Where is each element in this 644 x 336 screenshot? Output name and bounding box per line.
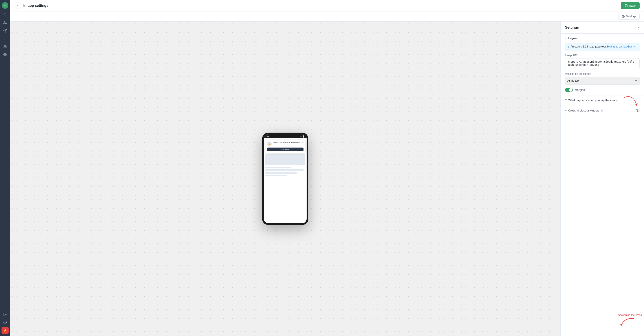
margins-label: Margins bbox=[575, 88, 585, 91]
cross-section: Show/hide the cross Show/hide the cross … bbox=[560, 105, 644, 116]
skeleton-line-4 bbox=[265, 175, 286, 176]
svg-point-0 bbox=[4, 14, 6, 16]
info-text: Prepare a 1:2 image (approx.) Setting up… bbox=[570, 45, 635, 49]
show-hide-annotation-label: Show/hide the cross bbox=[618, 314, 642, 317]
phone-time: 9:41 bbox=[266, 135, 270, 137]
layout-chevron-icon: ∧ bbox=[565, 37, 567, 40]
position-select[interactable]: At the top At the bottom Center bbox=[565, 77, 640, 85]
skeleton-image bbox=[265, 154, 305, 165]
red-arrow-annotation bbox=[618, 318, 636, 329]
header: In-app settings Save bbox=[10, 0, 644, 11]
layout-section-header[interactable]: ∧ Layout bbox=[565, 37, 640, 40]
annotation-arrow bbox=[622, 96, 640, 107]
layout-section: ∧ Layout ℹ Prepare a 1:2 image (approx.)… bbox=[560, 34, 644, 95]
content-area: 9:41 ▭ ▐ 🔔 Subscribe to our push notific… bbox=[10, 21, 644, 336]
phone-status-icons: ▭ ▐ bbox=[300, 135, 304, 137]
svg-point-2 bbox=[4, 21, 5, 23]
sidebar-item-export[interactable] bbox=[2, 311, 8, 318]
settings-panel-close-button[interactable]: × bbox=[638, 25, 640, 29]
sidebar-item-integrations[interactable] bbox=[2, 43, 8, 50]
info-icon: ℹ bbox=[568, 45, 569, 48]
header-left: In-app settings bbox=[14, 2, 48, 9]
skeleton-line-2 bbox=[265, 169, 304, 171]
settings-panel: Settings × ∧ Layout ℹ Prepare a 1:2 imag… bbox=[560, 21, 644, 336]
sidebar: m ⚡ bbox=[0, 0, 10, 336]
phone-mockup: 9:41 ▭ ▐ 🔔 Subscribe to our push notific… bbox=[262, 133, 308, 225]
cross-section-header[interactable]: ∨ Cross to close a window ⊘ bbox=[565, 108, 640, 113]
sidebar-item-settings[interactable] bbox=[2, 51, 8, 58]
cross-section-title: Cross to close a window bbox=[568, 109, 599, 112]
info-box: ℹ Prepare a 1:2 image (approx.) Setting … bbox=[565, 43, 640, 51]
sidebar-item-campaigns[interactable] bbox=[2, 27, 8, 34]
sidebar-item-search[interactable] bbox=[2, 11, 8, 18]
page-title: In-app settings bbox=[23, 4, 48, 8]
settings-panel-header: Settings × bbox=[560, 21, 644, 34]
sidebar-item-help[interactable] bbox=[2, 319, 8, 326]
main-container: In-app settings Save Settings 9:41 ▭ ▐ bbox=[10, 0, 644, 336]
snackbar-notification: 🔔 Subscribe to our push notifications × … bbox=[265, 140, 305, 153]
svg-point-12 bbox=[637, 110, 638, 111]
svg-marker-11 bbox=[635, 103, 638, 106]
phone-screen: 9:41 ▭ ▐ 🔔 Subscribe to our push notific… bbox=[264, 134, 306, 223]
tap-section-title: What happens when you tap the in-app bbox=[568, 98, 618, 102]
skeleton-line-3 bbox=[265, 172, 297, 174]
svg-line-1 bbox=[6, 15, 6, 16]
snackbar-header: 🔔 Subscribe to our push notifications × bbox=[267, 141, 304, 146]
toggle-knob bbox=[569, 88, 572, 92]
signal-icon: ▐ bbox=[303, 135, 304, 137]
tap-chevron-icon: ∨ bbox=[565, 98, 567, 102]
skeleton-line-1 bbox=[265, 167, 291, 168]
margins-toggle-row: Margins bbox=[565, 88, 640, 92]
battery-icon: ▭ bbox=[300, 135, 302, 137]
preview-area: 9:41 ▭ ▐ 🔔 Subscribe to our push notific… bbox=[10, 21, 560, 336]
layout-section-title: Layout bbox=[568, 37, 578, 40]
subscribe-button[interactable]: Subscribe bbox=[267, 148, 304, 151]
cross-chevron-icon: ∨ bbox=[565, 109, 567, 112]
settings-panel-title: Settings bbox=[565, 25, 579, 29]
svg-point-10 bbox=[623, 16, 624, 17]
position-label: Position on the screen bbox=[565, 72, 640, 75]
image-url-input[interactable] bbox=[565, 58, 640, 68]
avatar[interactable]: m bbox=[2, 2, 8, 9]
image-url-label: Image URL bbox=[565, 54, 640, 57]
eye-icon[interactable] bbox=[636, 108, 640, 113]
snackbar-setup-link[interactable]: Setting up a snackbar ↗ bbox=[606, 45, 635, 48]
back-button[interactable] bbox=[14, 2, 21, 9]
toolbar: Settings bbox=[10, 11, 644, 21]
notification-text: Subscribe to our push notifications bbox=[273, 141, 304, 144]
phone-status-bar: 9:41 ▭ ▐ bbox=[264, 134, 306, 138]
save-button[interactable]: Save bbox=[621, 2, 640, 9]
sidebar-item-users[interactable] bbox=[2, 19, 8, 26]
notification-icon: 🔔 bbox=[267, 141, 272, 146]
margins-toggle[interactable] bbox=[565, 88, 573, 92]
help-icon: ⊘ bbox=[600, 109, 603, 112]
svg-marker-13 bbox=[620, 324, 622, 326]
snackbar-close-button[interactable]: × bbox=[302, 141, 304, 143]
sidebar-item-lightning[interactable]: ⚡ bbox=[2, 327, 8, 334]
settings-toolbar-button[interactable]: Settings bbox=[618, 13, 640, 19]
sidebar-item-analytics[interactable] bbox=[2, 35, 8, 42]
svg-point-6 bbox=[4, 54, 6, 55]
